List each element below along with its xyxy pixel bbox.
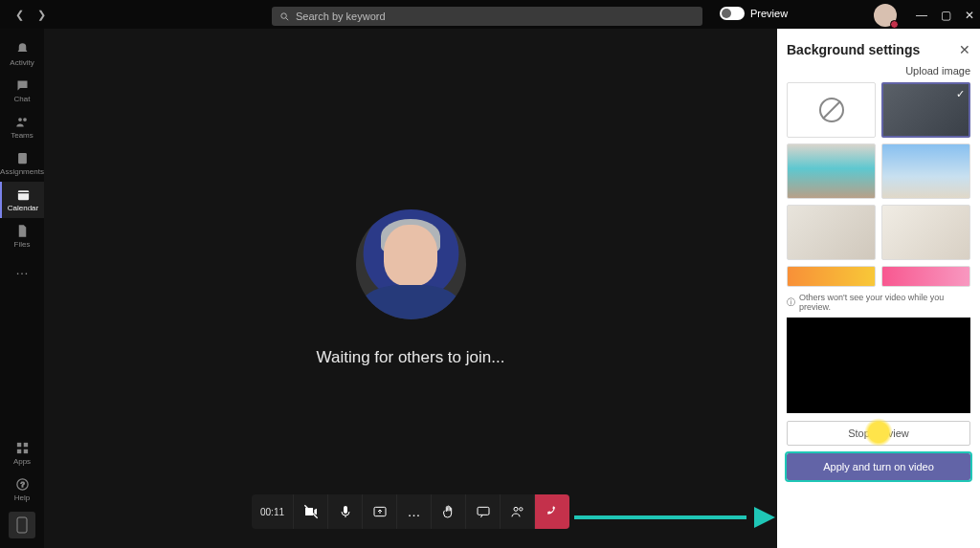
sidebar-item-label: Assignments	[0, 167, 44, 176]
minimize-button[interactable]: ―	[916, 9, 927, 22]
info-icon: ⓘ	[787, 296, 795, 309]
background-option[interactable]	[787, 266, 876, 287]
user-avatar[interactable]	[874, 4, 897, 27]
svg-line-1	[286, 17, 289, 20]
check-icon: ✓	[956, 88, 965, 100]
raise-hand-button[interactable]	[432, 494, 466, 529]
sidebar-item-label: Chat	[14, 95, 31, 103]
calendar-icon	[16, 187, 31, 202]
meeting-status: Waiting for others to join...	[317, 348, 505, 367]
svg-rect-10	[23, 449, 27, 453]
svg-point-3	[23, 118, 27, 121]
svg-text:?: ?	[20, 480, 24, 489]
svg-rect-15	[344, 506, 347, 514]
svg-point-2	[18, 118, 22, 121]
svg-rect-13	[17, 517, 27, 533]
share-icon	[372, 504, 388, 519]
svg-point-0	[281, 12, 287, 18]
sidebar-item-label: Help	[14, 493, 30, 502]
sidebar-item-files[interactable]: Files	[0, 218, 44, 254]
sidebar-item-calendar[interactable]: Calendar	[0, 182, 44, 218]
call-timer: 00:11	[252, 494, 294, 529]
none-icon	[819, 98, 844, 122]
annotation-arrow	[574, 514, 775, 521]
call-controls: 00:11 …	[252, 494, 569, 529]
sidebar-item-label: Teams	[11, 131, 33, 140]
search-icon	[279, 11, 290, 22]
meeting-stage: Waiting for others to join... 00:11 …	[44, 29, 777, 548]
more-icon: …	[408, 504, 421, 519]
background-option-none[interactable]	[787, 82, 876, 138]
titlebar: ❮ ❯ Search by keyword Preview ― ▢ ✕	[0, 0, 980, 29]
files-icon	[15, 224, 30, 238]
hand-icon	[441, 504, 457, 519]
sidebar: Activity Chat Teams Assignments Calendar…	[0, 29, 44, 548]
help-icon: ?	[15, 477, 30, 492]
phone-icon	[16, 516, 28, 534]
assignments-icon	[15, 151, 30, 165]
sidebar-phone[interactable]	[9, 512, 35, 538]
sidebar-item-apps[interactable]: Apps	[0, 435, 44, 471]
teams-icon	[15, 115, 30, 129]
background-option[interactable]	[881, 143, 970, 199]
sidebar-more[interactable]: …	[15, 254, 29, 285]
background-option[interactable]	[881, 266, 970, 287]
background-option[interactable]	[881, 205, 970, 260]
svg-rect-7	[16, 443, 20, 447]
chat-button[interactable]	[466, 494, 501, 529]
svg-rect-4	[18, 153, 27, 164]
background-option-blur[interactable]: ✓	[881, 82, 970, 138]
preview-info: ⓘ Others won't see your video while you …	[787, 293, 970, 312]
svg-point-18	[514, 507, 518, 511]
mic-button[interactable]	[328, 494, 363, 529]
chat-bubble-icon	[476, 504, 491, 519]
more-button[interactable]: …	[397, 494, 432, 529]
toggle-switch[interactable]	[720, 7, 745, 20]
svg-rect-17	[478, 507, 489, 515]
close-button[interactable]: ✕	[965, 9, 974, 22]
sidebar-item-teams[interactable]: Teams	[0, 109, 44, 145]
share-button[interactable]	[363, 494, 397, 529]
preview-label: Preview	[750, 8, 788, 19]
sidebar-item-activity[interactable]: Activity	[0, 36, 44, 73]
hangup-icon	[545, 504, 560, 519]
camera-off-icon	[303, 504, 319, 519]
bell-icon	[15, 42, 30, 56]
panel-title: Background settings	[787, 42, 920, 57]
sidebar-item-assignments[interactable]: Assignments	[0, 145, 44, 182]
people-icon	[510, 504, 525, 519]
nav-back[interactable]: ❮	[11, 7, 28, 23]
video-preview	[787, 318, 970, 413]
svg-point-19	[519, 508, 522, 511]
sidebar-item-label: Calendar	[8, 204, 38, 212]
sidebar-item-chat[interactable]: Chat	[0, 73, 44, 109]
chat-icon	[15, 78, 30, 93]
search-input[interactable]: Search by keyword	[272, 7, 702, 26]
participants-button[interactable]	[501, 494, 535, 529]
background-option[interactable]	[787, 205, 876, 260]
camera-button[interactable]	[294, 494, 328, 529]
sidebar-item-label: Apps	[13, 457, 31, 466]
panel-close-button[interactable]: ✕	[959, 42, 970, 57]
svg-rect-8	[23, 443, 27, 447]
stop-preview-button[interactable]: Stop preview	[787, 421, 970, 446]
mic-icon	[338, 504, 353, 519]
background-settings-panel: Background settings ✕ Upload image ✓ ⓘ O…	[777, 29, 980, 548]
sidebar-item-label: Files	[14, 240, 31, 249]
apply-button[interactable]: Apply and turn on video	[787, 453, 970, 480]
sidebar-item-help[interactable]: ? Help	[0, 471, 44, 508]
svg-rect-5	[17, 190, 28, 200]
cursor-highlight	[864, 418, 893, 447]
upload-image-link[interactable]: Upload image	[787, 65, 970, 77]
sidebar-item-label: Activity	[10, 58, 33, 67]
search-placeholder: Search by keyword	[296, 11, 386, 22]
nav-forward[interactable]: ❯	[33, 7, 50, 23]
maximize-button[interactable]: ▢	[941, 9, 951, 22]
preview-toggle[interactable]: Preview	[720, 7, 788, 20]
svg-rect-9	[16, 449, 20, 453]
participant-avatar	[356, 209, 466, 319]
background-option[interactable]	[787, 143, 876, 199]
hangup-button[interactable]	[535, 494, 569, 529]
apps-icon	[15, 441, 30, 455]
